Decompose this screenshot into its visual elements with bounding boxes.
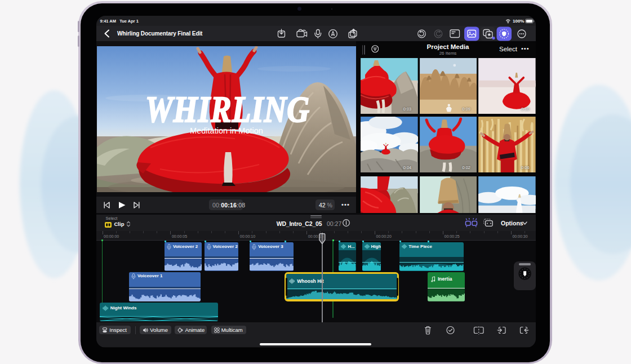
- svg-text:Meditation in Motion: Meditation in Motion: [190, 126, 263, 135]
- svg-text:WHIRLING: WHIRLING: [145, 88, 310, 130]
